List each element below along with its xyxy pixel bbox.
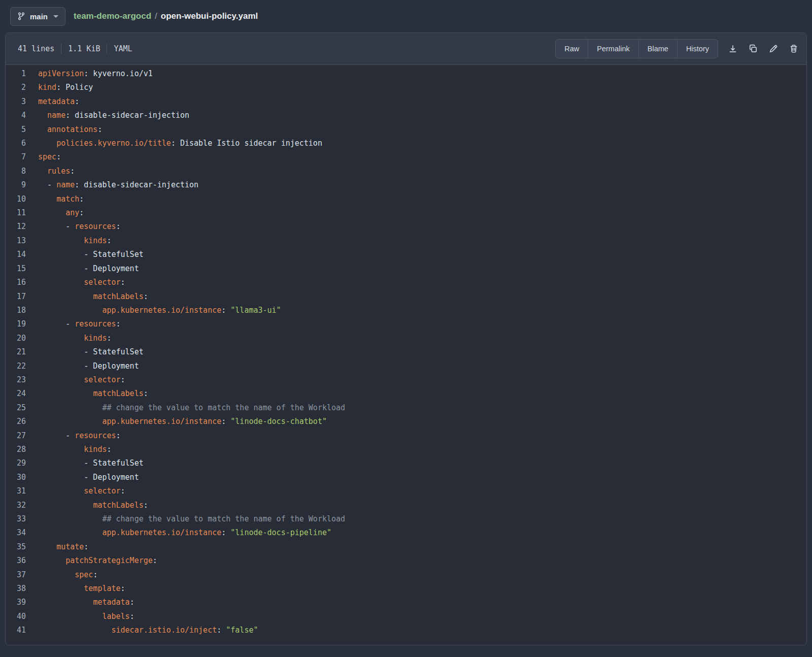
code-line: 28 kinds:	[6, 443, 806, 456]
code-text: match:	[38, 192, 84, 206]
line-number[interactable]: 3	[6, 95, 38, 109]
file-size: 1.1 KiB	[68, 44, 100, 53]
code-text: - resources:	[38, 220, 121, 234]
code-text: matchLabels:	[38, 499, 148, 512]
git-branch-icon	[17, 12, 25, 20]
line-number[interactable]: 32	[6, 499, 38, 512]
code-line: 14 - StatefulSet	[6, 248, 806, 261]
line-number[interactable]: 9	[6, 178, 38, 192]
code-text: - resources:	[38, 429, 121, 443]
code-line: 30 - Deployment	[6, 471, 806, 484]
line-number[interactable]: 23	[6, 373, 38, 387]
code-line: 39 metadata:	[6, 596, 806, 609]
code-text: matchLabels:	[38, 387, 148, 401]
line-number[interactable]: 10	[6, 192, 38, 206]
code-text: spec:	[38, 568, 97, 582]
code-line: 23 selector:	[6, 373, 806, 387]
top-bar: main team-demo-argocd / open-webui-polic…	[0, 0, 812, 31]
line-number[interactable]: 11	[6, 206, 38, 220]
code-line: 21 - StatefulSet	[6, 345, 806, 359]
code-text: ## change the value to match the name of…	[38, 401, 345, 415]
code-text: - StatefulSet	[38, 248, 144, 261]
code-lines: 1apiVersion: kyverno.io/v12kind: Policy3…	[6, 67, 806, 638]
download-button[interactable]	[727, 42, 738, 55]
line-number[interactable]: 12	[6, 220, 38, 234]
line-number[interactable]: 24	[6, 387, 38, 401]
code-line: 29 - StatefulSet	[6, 456, 806, 470]
code-text: matchLabels:	[38, 290, 148, 304]
line-number[interactable]: 8	[6, 165, 38, 178]
code-line: 22 - Deployment	[6, 359, 806, 373]
code-text: rules:	[38, 165, 75, 178]
file-language: YAML	[114, 44, 132, 53]
line-number[interactable]: 35	[6, 540, 38, 554]
chevron-down-icon	[53, 15, 58, 18]
line-number[interactable]: 26	[6, 415, 38, 429]
line-number[interactable]: 39	[6, 596, 38, 609]
code-line: 2kind: Policy	[6, 81, 806, 94]
line-number[interactable]: 7	[6, 150, 38, 164]
meta-divider	[61, 44, 61, 54]
line-number[interactable]: 13	[6, 234, 38, 248]
code-text: - resources:	[38, 317, 121, 331]
code-text: selector:	[38, 373, 125, 387]
line-number[interactable]: 21	[6, 345, 38, 359]
code-text: - StatefulSet	[38, 345, 144, 359]
code-line: 37 spec:	[6, 568, 806, 582]
breadcrumb-filename: open-webui-policy.yaml	[161, 11, 258, 21]
header-actions: Raw Permalink Blame History	[555, 39, 799, 58]
line-number[interactable]: 18	[6, 304, 38, 317]
line-number[interactable]: 4	[6, 109, 38, 122]
line-number[interactable]: 5	[6, 123, 38, 137]
code-text: selector:	[38, 484, 125, 498]
breadcrumb-repo-link[interactable]: team-demo-argocd	[74, 11, 151, 21]
line-number[interactable]: 36	[6, 554, 38, 568]
code-line: 40 labels:	[6, 610, 806, 623]
line-number[interactable]: 2	[6, 81, 38, 94]
permalink-button[interactable]: Permalink	[588, 39, 638, 58]
file-view-button-group: Raw Permalink Blame History	[555, 39, 718, 58]
code-text: labels:	[38, 610, 134, 623]
code-line: 7spec:	[6, 150, 806, 164]
line-number[interactable]: 27	[6, 429, 38, 443]
line-number[interactable]: 19	[6, 317, 38, 331]
code-text: policies.kyverno.io/title: Disable Istio…	[38, 137, 322, 150]
code-text: app.kubernetes.io/instance: "linode-docs…	[38, 526, 331, 540]
code-line: 18 app.kubernetes.io/instance: "llama3-u…	[6, 304, 806, 317]
line-number[interactable]: 22	[6, 359, 38, 373]
code-line: 17 matchLabels:	[6, 290, 806, 304]
line-number[interactable]: 34	[6, 526, 38, 540]
edit-button[interactable]	[768, 42, 779, 55]
line-number[interactable]: 31	[6, 484, 38, 498]
line-number[interactable]: 40	[6, 610, 38, 623]
copy-button[interactable]	[748, 42, 759, 55]
line-number[interactable]: 33	[6, 512, 38, 526]
line-number[interactable]: 25	[6, 401, 38, 415]
code-text: metadata:	[38, 95, 79, 109]
line-number[interactable]: 17	[6, 290, 38, 304]
line-number[interactable]: 16	[6, 276, 38, 289]
line-number[interactable]: 14	[6, 248, 38, 261]
code-text: mutate:	[38, 540, 88, 554]
line-number[interactable]: 6	[6, 137, 38, 150]
blame-button[interactable]: Blame	[638, 39, 678, 58]
code-line: 38 template:	[6, 582, 806, 596]
line-number[interactable]: 38	[6, 582, 38, 596]
line-number[interactable]: 29	[6, 456, 38, 470]
code-text: - StatefulSet	[38, 456, 144, 470]
line-number[interactable]: 28	[6, 443, 38, 456]
line-number[interactable]: 15	[6, 262, 38, 276]
line-number[interactable]: 1	[6, 67, 38, 81]
line-number[interactable]: 30	[6, 471, 38, 484]
branch-name: main	[30, 12, 48, 21]
code-viewer: 1apiVersion: kyverno.io/v12kind: Policy3…	[6, 65, 806, 645]
history-button[interactable]: History	[677, 39, 718, 58]
code-line: 20 kinds:	[6, 332, 806, 345]
line-number[interactable]: 41	[6, 623, 38, 637]
raw-button[interactable]: Raw	[555, 39, 588, 58]
delete-button[interactable]	[788, 42, 799, 55]
line-number[interactable]: 20	[6, 332, 38, 345]
line-number[interactable]: 37	[6, 568, 38, 582]
branch-selector[interactable]: main	[10, 7, 65, 26]
code-line: 36 patchStrategicMerge:	[6, 554, 806, 568]
